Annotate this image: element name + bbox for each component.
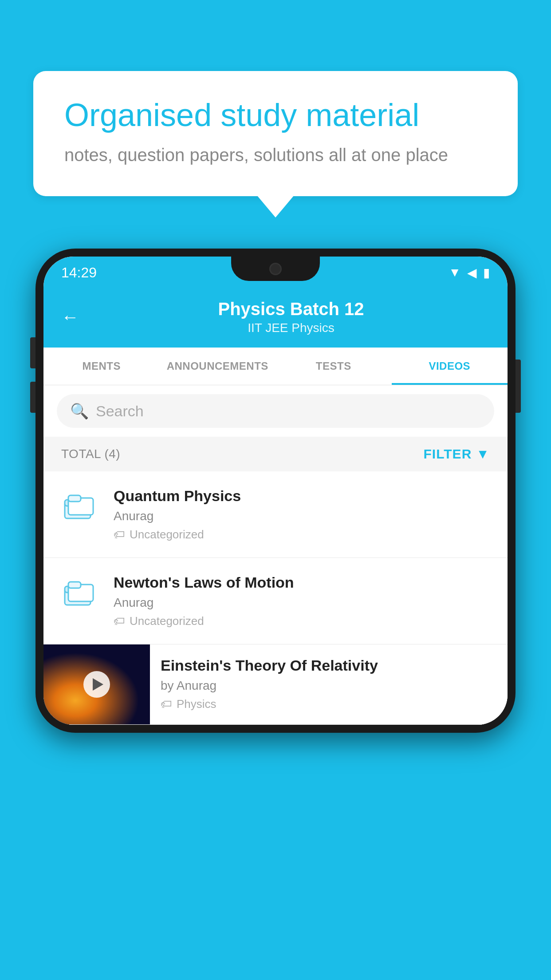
tag-icon: 🏷 (114, 614, 125, 628)
header-title: Physics Batch 12 (92, 299, 490, 319)
filter-row: TOTAL (4) FILTER ▼ (43, 437, 508, 471)
header-subtitle: IIT JEE Physics (92, 321, 490, 335)
tab-tests[interactable]: TESTS (276, 348, 392, 385)
total-count-label: TOTAL (4) (61, 447, 120, 461)
speech-bubble-heading: Organised study material (64, 98, 487, 133)
speech-bubble: Organised study material notes, question… (33, 71, 518, 196)
search-icon: 🔍 (70, 402, 89, 420)
folder-icon (63, 490, 95, 522)
status-icons: ▼ ◀ ▮ (449, 265, 490, 280)
svg-rect-3 (68, 495, 81, 502)
tab-ments[interactable]: MENTS (43, 348, 160, 385)
list-item[interactable]: Newton's Laws of Motion Anurag 🏷 Uncateg… (43, 558, 508, 644)
video-item-info: Einstein's Theory Of Relativity by Anura… (150, 644, 508, 723)
tab-announcements[interactable]: ANNOUNCEMENTS (160, 348, 276, 385)
search-bar[interactable]: 🔍 Search (57, 394, 494, 428)
list-item[interactable]: Quantum Physics Anurag 🏷 Uncategorized (43, 471, 508, 558)
video-title: Einstein's Theory Of Relativity (161, 657, 497, 674)
search-bar-wrapper: 🔍 Search (43, 385, 508, 437)
folder-icon (63, 577, 95, 609)
video-tag: 🏷 Physics (161, 697, 497, 711)
speech-bubble-subtext: notes, question papers, solutions all at… (64, 145, 487, 165)
phone-screen: 14:29 ▼ ◀ ▮ ← Physics Batch 12 IIT JEE P… (43, 257, 508, 725)
video-author: by Anurag (161, 679, 497, 693)
svg-rect-7 (68, 582, 81, 588)
filter-button[interactable]: FILTER ▼ (424, 447, 490, 462)
video-thumbnail (43, 644, 150, 724)
video-author: Anurag (114, 596, 494, 610)
status-time: 14:29 (61, 265, 97, 281)
tab-videos[interactable]: VIDEOS (392, 348, 508, 385)
video-tag: 🏷 Uncategorized (114, 614, 494, 628)
wifi-icon: ▼ (449, 265, 461, 280)
tag-icon: 🏷 (114, 528, 125, 541)
tag-icon: 🏷 (161, 697, 172, 711)
play-button[interactable] (83, 671, 110, 698)
volume-down-button[interactable] (30, 382, 35, 413)
tabs-bar: MENTS ANNOUNCEMENTS TESTS VIDEOS (43, 348, 508, 385)
phone-notch (231, 257, 320, 281)
signal-icon: ◀ (467, 265, 477, 280)
video-tag: 🏷 Uncategorized (114, 528, 494, 541)
phone-frame: 14:29 ▼ ◀ ▮ ← Physics Batch 12 IIT JEE P… (35, 249, 516, 980)
play-icon (93, 678, 103, 691)
video-title: Newton's Laws of Motion (114, 574, 494, 591)
power-button[interactable] (516, 360, 521, 413)
search-input[interactable]: Search (96, 403, 144, 420)
app-header: ← Physics Batch 12 IIT JEE Physics (43, 288, 508, 348)
folder-icon-container (57, 487, 101, 522)
video-list: Quantum Physics Anurag 🏷 Uncategorized (43, 471, 508, 725)
battery-icon: ▮ (483, 265, 490, 280)
video-title: Quantum Physics (114, 487, 494, 505)
filter-funnel-icon: ▼ (476, 447, 490, 462)
video-item-info: Newton's Laws of Motion Anurag 🏷 Uncateg… (114, 574, 494, 628)
folder-icon-container (57, 574, 101, 609)
volume-up-button[interactable] (30, 337, 35, 368)
list-item[interactable]: Einstein's Theory Of Relativity by Anura… (43, 644, 508, 725)
video-item-info: Quantum Physics Anurag 🏷 Uncategorized (114, 487, 494, 541)
camera-icon (269, 263, 282, 275)
header-title-block: Physics Batch 12 IIT JEE Physics (92, 299, 490, 335)
video-author: Anurag (114, 509, 494, 523)
back-button[interactable]: ← (61, 307, 79, 327)
